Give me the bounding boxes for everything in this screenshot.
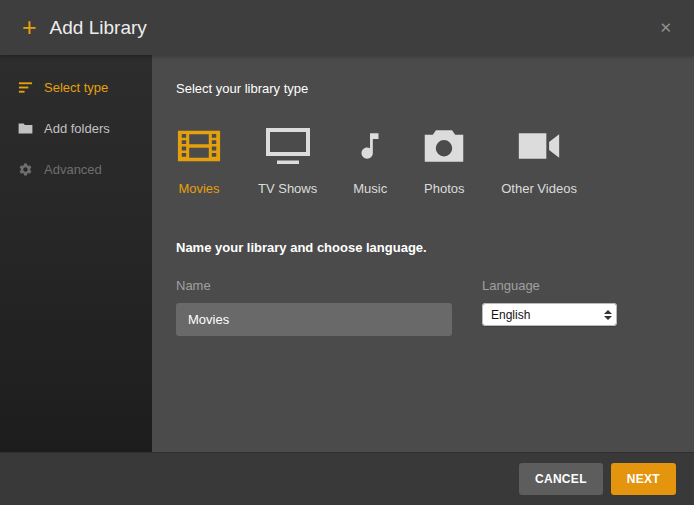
tv-icon — [263, 126, 313, 166]
film-icon — [176, 126, 222, 166]
folder-icon — [18, 121, 33, 136]
next-button[interactable]: NEXT — [611, 463, 676, 495]
form-fields: Name Language English — [176, 278, 670, 336]
type-option-photos[interactable]: Photos — [423, 126, 465, 196]
sidebar-item-label: Add folders — [44, 121, 110, 136]
language-field-group: Language English — [482, 278, 617, 326]
sidebar-item-label: Select type — [44, 80, 108, 95]
sidebar-item-add-folders[interactable]: Add folders — [0, 108, 152, 149]
sidebar-item-select-type[interactable]: Select type — [0, 67, 152, 108]
select-stepper-icon — [604, 310, 612, 320]
type-option-label: Movies — [178, 181, 219, 196]
music-note-icon — [353, 126, 387, 166]
cancel-button[interactable]: CANCEL — [519, 463, 603, 495]
name-field-group: Name — [176, 278, 452, 336]
camera-icon — [423, 126, 465, 166]
type-option-tv-shows[interactable]: TV Shows — [258, 126, 317, 196]
main-panel: Select your library type Movies TV Shows — [152, 55, 694, 452]
sidebar: Select type Add folders Advanced — [0, 55, 152, 452]
plus-icon: + — [22, 15, 37, 40]
library-type-heading: Select your library type — [176, 81, 670, 96]
type-option-other-videos[interactable]: Other Videos — [501, 126, 577, 196]
sidebar-item-label: Advanced — [44, 162, 102, 177]
type-option-music[interactable]: Music — [353, 126, 387, 196]
type-option-label: Music — [353, 181, 387, 196]
language-select-value: English — [491, 308, 530, 322]
videocam-icon — [517, 126, 561, 166]
dialog-title: Add Library — [50, 17, 147, 39]
select-type-icon — [18, 80, 33, 95]
name-section-heading: Name your library and choose language. — [176, 240, 670, 255]
gear-icon — [18, 162, 33, 177]
dialog-body: Select type Add folders Advanced Select … — [0, 55, 694, 452]
close-icon[interactable]: ✕ — [659, 20, 672, 35]
dialog-header: + Add Library ✕ — [0, 0, 694, 55]
language-select[interactable]: English — [482, 303, 617, 326]
type-option-movies[interactable]: Movies — [176, 126, 222, 196]
type-option-label: Other Videos — [501, 181, 577, 196]
type-option-label: TV Shows — [258, 181, 317, 196]
add-library-dialog: + Add Library ✕ Select type Add folders — [0, 0, 694, 505]
dialog-footer: CANCEL NEXT — [0, 452, 694, 505]
library-type-options: Movies TV Shows Music — [176, 126, 670, 196]
language-field-label: Language — [482, 278, 617, 293]
library-name-input[interactable] — [176, 303, 452, 336]
name-field-label: Name — [176, 278, 452, 293]
type-option-label: Photos — [424, 181, 464, 196]
sidebar-item-advanced[interactable]: Advanced — [0, 149, 152, 190]
